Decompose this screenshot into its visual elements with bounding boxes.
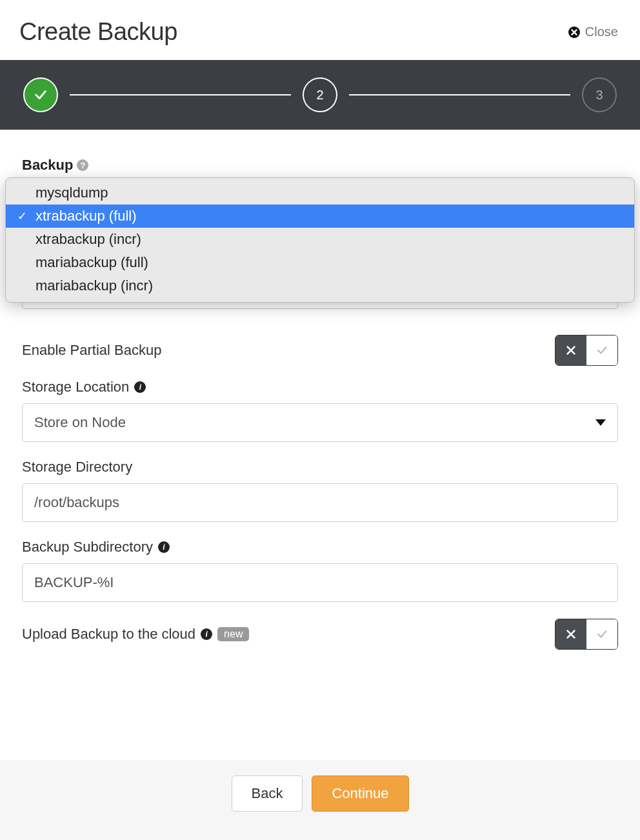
info-icon[interactable]: i <box>158 541 170 553</box>
storage-directory-label: Storage Directory <box>22 459 618 475</box>
storage-directory-group: Storage Directory <box>22 459 618 522</box>
stepper-bar: 2 3 <box>0 60 640 130</box>
upload-cloud-row: Upload Backup to the cloud i new <box>22 619 618 650</box>
step-1-done <box>23 77 58 112</box>
backup-subdir-label: Backup Subdirectory i <box>22 539 618 555</box>
section-title-text: Backup <box>22 157 73 174</box>
enable-partial-label: Enable Partial Backup <box>22 342 161 359</box>
modal-header: Create Backup Close <box>0 0 640 60</box>
enable-partial-toggle[interactable] <box>555 335 618 366</box>
continue-button[interactable]: Continue <box>312 775 408 812</box>
step-3-future: 3 <box>582 77 617 112</box>
storage-location-label: Storage Location i <box>22 379 618 395</box>
modal-footer: Back Continue <box>0 760 640 840</box>
x-icon <box>565 345 577 356</box>
step-2-active: 2 <box>303 77 337 112</box>
backup-method-dropdown[interactable]: mysqldump xtrabackup (full) xtrabackup (… <box>5 177 635 303</box>
back-button[interactable]: Back <box>232 775 303 812</box>
info-icon[interactable]: i <box>134 381 146 393</box>
storage-location-value: Store on Node <box>34 414 126 431</box>
dropdown-option-xtrabackup-incr[interactable]: xtrabackup (incr) <box>6 228 634 251</box>
backup-subdir-input[interactable] <box>22 563 618 602</box>
new-badge: new <box>217 627 249 641</box>
dropdown-option-mysqldump[interactable]: mysqldump <box>6 178 634 205</box>
step-connector <box>70 94 291 95</box>
upload-cloud-toggle[interactable] <box>555 619 618 650</box>
upload-cloud-label: Upload Backup to the cloud i new <box>22 626 249 643</box>
toggle-on-button[interactable] <box>586 619 617 649</box>
check-icon <box>596 628 608 640</box>
toggle-off-button[interactable] <box>555 335 586 365</box>
chevron-down-icon <box>595 419 606 426</box>
form-content: Backup ? mysqldump xtrabackup (full) xtr… <box>0 130 640 760</box>
info-icon[interactable]: i <box>201 628 212 640</box>
dropdown-option-xtrabackup-full[interactable]: xtrabackup (full) <box>6 205 634 228</box>
step-connector <box>349 94 570 95</box>
help-icon[interactable]: ? <box>77 159 88 171</box>
check-icon <box>34 88 48 102</box>
close-button[interactable]: Close <box>568 25 618 39</box>
storage-location-group: Storage Location i Store on Node <box>22 379 618 442</box>
dropdown-option-mariabackup-incr[interactable]: mariabackup (incr) <box>6 274 634 302</box>
close-icon <box>568 26 580 38</box>
storage-location-select[interactable]: Store on Node <box>22 403 618 442</box>
check-icon <box>596 345 608 356</box>
modal-title: Create Backup <box>19 18 177 46</box>
toggle-off-button[interactable] <box>555 619 586 649</box>
storage-directory-input[interactable] <box>22 483 618 522</box>
section-title: Backup ? <box>22 157 618 174</box>
x-icon <box>565 628 577 640</box>
dropdown-option-mariabackup-full[interactable]: mariabackup (full) <box>6 251 634 274</box>
backup-subdir-group: Backup Subdirectory i <box>22 539 618 602</box>
enable-partial-row: Enable Partial Backup <box>22 335 618 366</box>
toggle-on-button[interactable] <box>586 335 617 365</box>
close-label: Close <box>585 25 618 39</box>
